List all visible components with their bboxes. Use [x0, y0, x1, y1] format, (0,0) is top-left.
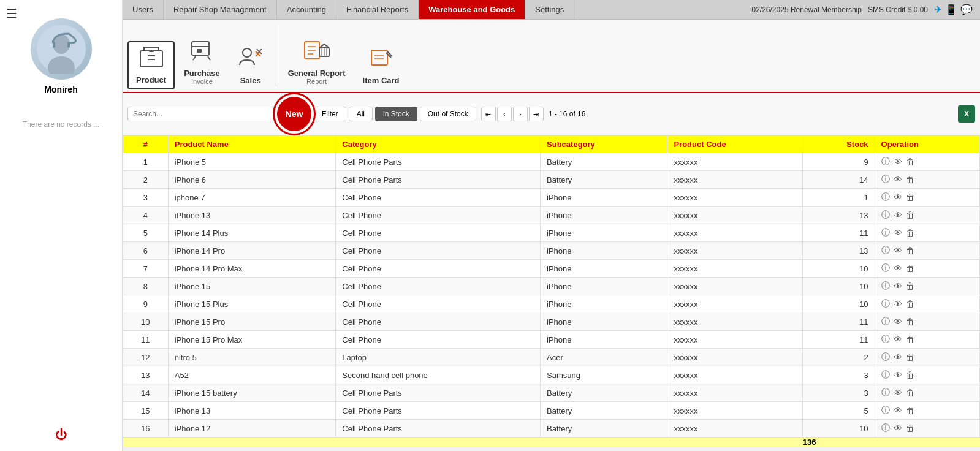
info-icon[interactable]: ⓘ — [881, 423, 890, 434]
info-icon[interactable]: ⓘ — [881, 192, 890, 203]
cell-operation: ⓘ 👁 🗑 — [875, 278, 979, 295]
view-icon[interactable]: 👁 — [894, 423, 902, 433]
view-icon[interactable]: 👁 — [894, 281, 902, 291]
cell-num: 5 — [123, 224, 169, 242]
delete-icon[interactable]: 🗑 — [906, 370, 914, 380]
first-page-btn[interactable]: ⇤ — [481, 107, 496, 121]
cell-product-name: iPhone 13 — [168, 402, 336, 420]
telegram-icon[interactable]: ✈ — [934, 4, 942, 15]
delete-icon[interactable]: 🗑 — [906, 388, 914, 398]
delete-icon[interactable]: 🗑 — [906, 246, 914, 256]
view-icon[interactable]: 👁 — [894, 157, 902, 167]
all-button[interactable]: All — [349, 107, 373, 121]
tab-settings[interactable]: Settings — [525, 0, 574, 19]
delete-icon[interactable]: 🗑 — [906, 281, 914, 291]
new-button[interactable]: New — [277, 97, 311, 131]
cell-code: xxxxxx — [667, 153, 803, 171]
info-icon[interactable]: ⓘ — [881, 210, 890, 221]
cell-category: Cell Phone Parts — [336, 384, 541, 402]
tab-repair[interactable]: Repair Shop Management — [164, 0, 277, 19]
cell-subcategory: iPhone — [541, 260, 667, 278]
item-card-btn[interactable]: Item Card — [355, 42, 408, 89]
tab-financial[interactable]: Financial Reports — [336, 0, 419, 19]
svg-rect-18 — [371, 50, 387, 65]
delete-icon[interactable]: 🗑 — [906, 175, 914, 184]
delete-icon[interactable]: 🗑 — [906, 210, 914, 220]
delete-icon[interactable]: 🗑 — [906, 317, 914, 327]
purchase-btn[interactable]: Purchase Invoice — [176, 35, 228, 89]
delete-icon[interactable]: 🗑 — [906, 228, 914, 238]
tab-warehouse[interactable]: Warehouse and Goods — [419, 0, 525, 19]
main-content: Users Repair Shop Management Accounting … — [123, 0, 980, 451]
tab-accounting[interactable]: Accounting — [277, 0, 336, 19]
view-icon[interactable]: 👁 — [894, 299, 902, 309]
view-icon[interactable]: 👁 — [894, 210, 902, 220]
info-icon[interactable]: ⓘ — [881, 316, 890, 327]
general-report-btn[interactable]: General Report Report — [280, 35, 354, 89]
delete-icon[interactable]: 🗑 — [906, 299, 914, 309]
table-row: 2 iPhone 6 Cell Phone Parts Battery xxxx… — [123, 171, 980, 189]
info-icon[interactable]: ⓘ — [881, 405, 890, 416]
info-icon[interactable]: ⓘ — [881, 370, 890, 381]
delete-icon[interactable]: 🗑 — [906, 352, 914, 362]
info-icon[interactable]: ⓘ — [881, 174, 890, 185]
product-btn[interactable]: Product — [127, 41, 175, 89]
delete-icon[interactable]: 🗑 — [906, 157, 914, 167]
view-icon[interactable]: 👁 — [894, 335, 902, 344]
view-icon[interactable]: 👁 — [894, 228, 902, 238]
excel-button[interactable]: X — [958, 105, 975, 123]
avatar-container: Monireh — [31, 18, 92, 94]
delete-icon[interactable]: 🗑 — [906, 335, 914, 344]
user-name: Monireh — [44, 85, 77, 94]
info-icon[interactable]: ⓘ — [881, 334, 890, 345]
info-icon[interactable]: ⓘ — [881, 298, 890, 309]
tab-users[interactable]: Users — [123, 0, 164, 19]
cell-operation: ⓘ 👁 🗑 — [875, 189, 979, 207]
search-input[interactable] — [127, 107, 275, 121]
delete-icon[interactable]: 🗑 — [906, 423, 914, 433]
view-icon[interactable]: 👁 — [894, 246, 902, 256]
purchase-icon — [189, 39, 214, 66]
prev-page-btn[interactable]: ‹ — [497, 107, 512, 121]
cell-category: Cell Phone Parts — [336, 171, 541, 189]
delete-icon[interactable]: 🗑 — [906, 263, 914, 273]
view-icon[interactable]: 👁 — [894, 175, 902, 184]
cell-code: xxxxxx — [667, 331, 803, 349]
cell-code: xxxxxx — [667, 260, 803, 278]
cell-category: Cell Phone Parts — [336, 153, 541, 171]
delete-icon[interactable]: 🗑 — [906, 406, 914, 415]
view-icon[interactable]: 👁 — [894, 352, 902, 362]
page-info: 1 - 16 of 16 — [549, 110, 586, 118]
power-icon[interactable]: ⏻ — [55, 428, 67, 442]
view-icon[interactable]: 👁 — [894, 317, 902, 327]
delete-icon[interactable]: 🗑 — [906, 192, 914, 202]
whatsapp-icon[interactable]: 📱 — [945, 4, 957, 15]
view-icon[interactable]: 👁 — [894, 406, 902, 415]
view-icon[interactable]: 👁 — [894, 192, 902, 202]
cell-subcategory: iPhone — [541, 295, 667, 313]
menu-icon[interactable]: ☰ — [6, 6, 17, 21]
info-icon[interactable]: ⓘ — [881, 156, 890, 167]
info-icon[interactable]: ⓘ — [881, 281, 890, 292]
sms-icon[interactable]: 💬 — [960, 4, 973, 15]
info-icon[interactable]: ⓘ — [881, 387, 890, 398]
outstock-button[interactable]: Out of Stock — [420, 107, 476, 121]
cell-product-name: iPhone 15 Plus — [168, 295, 336, 313]
info-icon[interactable]: ⓘ — [881, 352, 890, 363]
last-page-btn[interactable]: ⇥ — [529, 107, 544, 121]
info-icon[interactable]: ⓘ — [881, 227, 890, 238]
view-icon[interactable]: 👁 — [894, 388, 902, 398]
cell-operation: ⓘ 👁 🗑 — [875, 420, 979, 438]
filter-button[interactable]: Filter — [314, 107, 346, 121]
view-icon[interactable]: 👁 — [894, 263, 902, 273]
col-product-name: Product Name — [168, 136, 336, 153]
cell-operation: ⓘ 👁 🗑 — [875, 242, 979, 260]
next-page-btn[interactable]: › — [513, 107, 528, 121]
report-label: Report — [306, 78, 327, 85]
sales-btn[interactable]: Sales — [229, 42, 272, 89]
info-icon[interactable]: ⓘ — [881, 263, 890, 274]
cell-operation: ⓘ 👁 🗑 — [875, 207, 979, 224]
view-icon[interactable]: 👁 — [894, 370, 902, 380]
info-icon[interactable]: ⓘ — [881, 245, 890, 256]
instock-button[interactable]: in Stock — [375, 107, 417, 121]
